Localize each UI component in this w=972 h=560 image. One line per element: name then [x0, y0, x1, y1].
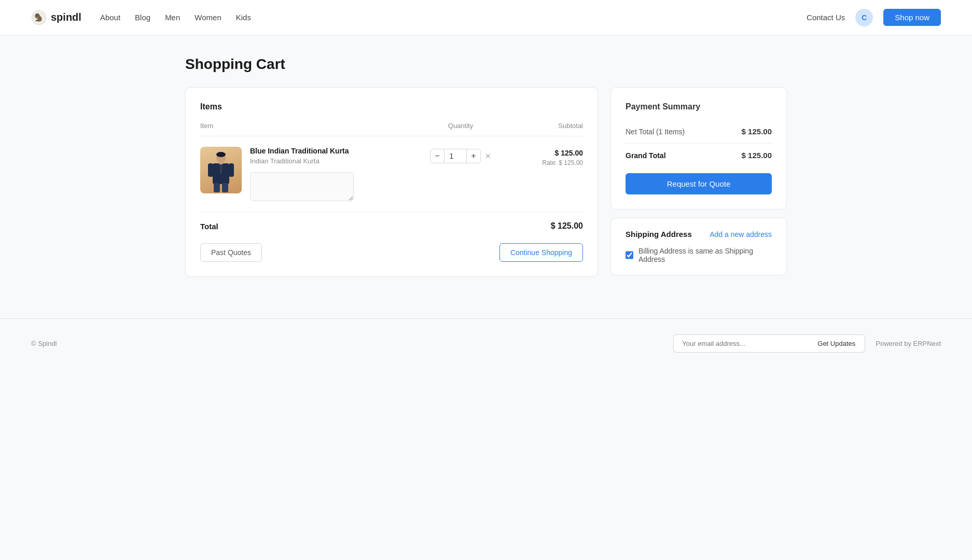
product-person-illustration — [205, 152, 237, 193]
header-left: spindl About Blog Men Women Kids — [31, 10, 251, 25]
item-note-textarea[interactable] — [250, 172, 354, 201]
quantity-increase-button[interactable]: + — [466, 149, 481, 163]
header-right: Contact Us C Shop now — [807, 9, 941, 26]
cart-actions: Past Quotes Continue Shopping — [200, 243, 583, 262]
logo[interactable]: spindl — [31, 10, 81, 25]
billing-same-checkbox[interactable] — [626, 251, 633, 259]
continue-shopping-button[interactable]: Continue Shopping — [499, 243, 583, 262]
items-section-title: Items — [200, 102, 583, 111]
get-updates-button[interactable]: Get Updates — [808, 334, 865, 353]
shipping-address-card: Shipping Address Add a new address Billi… — [610, 218, 787, 275]
item-sub-name: Indian Traditional Kurta — [250, 157, 354, 165]
footer: © Spindl Get Updates Powered by ERPNext — [0, 319, 972, 368]
page-title: Shopping Cart — [185, 56, 787, 73]
grand-total-row: Grand Total $ 125.00 — [626, 146, 772, 165]
item-name: Blue Indian Traditional Kurta — [250, 147, 354, 155]
svg-rect-11 — [219, 161, 223, 164]
shop-now-button[interactable]: Shop now — [883, 9, 941, 26]
page-content: Shopping Cart Items Item Quantity Subtot… — [175, 35, 797, 318]
user-avatar[interactable]: C — [855, 9, 873, 26]
col-header-item: Item — [200, 122, 411, 130]
request-for-quote-button[interactable]: Request for Quote — [626, 173, 772, 194]
cart-sidebar: Payment Summary Net Total (1 Items) $ 12… — [610, 87, 787, 275]
svg-rect-7 — [229, 163, 234, 177]
logo-icon — [31, 10, 47, 25]
product-image — [200, 147, 242, 193]
item-rate: Rate: $ 125.00 — [510, 159, 583, 166]
col-header-subtotal: Subtotal — [510, 122, 583, 130]
main-nav: About Blog Men Women Kids — [100, 13, 251, 22]
payment-summary-title: Payment Summary — [626, 102, 772, 111]
header: spindl About Blog Men Women Kids Contact… — [0, 0, 972, 35]
contact-us-link[interactable]: Contact Us — [807, 13, 845, 22]
total-label: Total — [200, 222, 218, 231]
grand-total-value: $ 125.00 — [742, 151, 772, 160]
remove-item-button[interactable]: ✕ — [485, 152, 491, 160]
item-subtotal: $ 125.00 Rate: $ 125.00 — [510, 147, 583, 166]
quantity-controls: − + ✕ — [419, 147, 502, 163]
table-header: Item Quantity Subtotal — [200, 122, 583, 136]
item-details: Blue Indian Traditional Kurta Indian Tra… — [250, 147, 354, 201]
cart-layout: Items Item Quantity Subtotal — [185, 87, 787, 277]
net-total-value: $ 125.00 — [742, 127, 772, 136]
items-card: Items Item Quantity Subtotal — [185, 87, 598, 277]
svg-rect-9 — [214, 183, 220, 192]
svg-rect-10 — [222, 183, 228, 192]
net-total-label: Net Total (1 Items) — [626, 128, 685, 136]
nav-women[interactable]: Women — [195, 13, 221, 22]
quantity-decrease-button[interactable]: − — [430, 149, 445, 163]
shipping-title: Shipping Address — [626, 230, 692, 239]
nav-kids[interactable]: Kids — [236, 13, 251, 22]
shipping-header: Shipping Address Add a new address — [626, 230, 772, 239]
nav-blog[interactable]: Blog — [135, 13, 150, 22]
billing-same-label: Billing Address is same as Shipping Addr… — [638, 247, 772, 263]
billing-same-row: Billing Address is same as Shipping Addr… — [626, 247, 772, 263]
nav-about[interactable]: About — [100, 13, 120, 22]
footer-powered-by: Powered by ERPNext — [876, 340, 941, 347]
summary-divider — [626, 143, 772, 144]
item-info: Blue Indian Traditional Kurta Indian Tra… — [200, 147, 411, 201]
svg-point-4 — [216, 152, 226, 157]
past-quotes-button[interactable]: Past Quotes — [200, 243, 262, 262]
col-header-quantity: Quantity — [419, 122, 502, 130]
footer-copyright: © Spindl — [31, 340, 57, 347]
footer-right: Get Updates Powered by ERPNext — [673, 334, 941, 353]
total-amount: $ 125.00 — [551, 221, 583, 231]
total-row: Total $ 125.00 — [200, 212, 583, 231]
logo-text: spindl — [51, 11, 81, 23]
cart-main: Items Item Quantity Subtotal — [185, 87, 598, 277]
newsletter-email-input[interactable] — [673, 334, 808, 353]
svg-rect-6 — [208, 163, 213, 177]
net-total-row: Net Total (1 Items) $ 125.00 — [626, 122, 772, 141]
table-row: Blue Indian Traditional Kurta Indian Tra… — [200, 136, 583, 212]
quantity-input[interactable] — [445, 149, 466, 163]
nav-men[interactable]: Men — [165, 13, 180, 22]
svg-point-2 — [36, 13, 39, 17]
item-price: $ 125.00 — [510, 149, 583, 157]
grand-total-label: Grand Total — [626, 151, 666, 160]
add-address-link[interactable]: Add a new address — [710, 230, 772, 239]
payment-summary-card: Payment Summary Net Total (1 Items) $ 12… — [610, 87, 787, 209]
